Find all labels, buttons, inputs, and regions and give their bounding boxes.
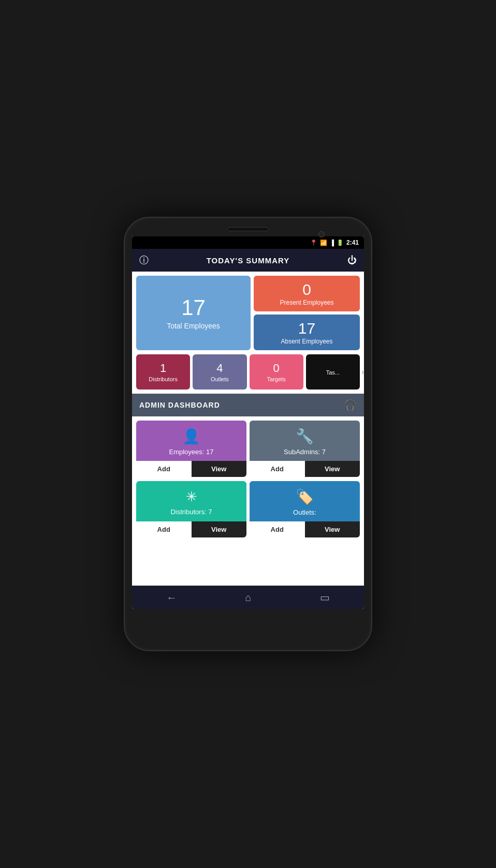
absent-employees-number: 17 bbox=[298, 320, 315, 337]
distributors-tile[interactable]: 1 Distributors bbox=[136, 354, 190, 390]
distributors-card-label: Distributors: 7 bbox=[170, 508, 212, 516]
phone-device: 📍 📶 ▐ 🔋 2:41 ⓘ TODAY'S SUMMARY ⏻ 17 Tota… bbox=[124, 217, 372, 651]
absent-employees-label: Absent Employees bbox=[281, 338, 332, 345]
subadmins-card-label: SubAdmins: 7 bbox=[284, 448, 326, 456]
distributors-dash-card: ✳ Distributors: 7 Add View bbox=[136, 481, 246, 537]
employees-card-buttons: Add View bbox=[136, 461, 246, 477]
total-employees-label: Total Employees bbox=[167, 322, 220, 330]
outlets-card-buttons: Add View bbox=[250, 521, 360, 537]
distributors-card-buttons: Add View bbox=[136, 521, 246, 537]
employee-icon: 👤 bbox=[182, 428, 200, 445]
distributors-number: 1 bbox=[160, 362, 166, 375]
signal-icon: ▐ bbox=[330, 240, 334, 246]
phone-screen: 📍 📶 ▐ 🔋 2:41 ⓘ TODAY'S SUMMARY ⏻ 17 Tota… bbox=[132, 236, 364, 609]
power-icon[interactable]: ⏻ bbox=[347, 255, 357, 266]
admin-bar-title: ADMIN DASHBOARD bbox=[139, 401, 220, 409]
outlets-dash-card: 🏷️ Outlets: Add View bbox=[250, 481, 360, 537]
distributors-add-button[interactable]: Add bbox=[136, 521, 192, 537]
battery-icon: 🔋 bbox=[337, 240, 344, 246]
next-arrow-icon[interactable]: › bbox=[361, 368, 364, 376]
bottom-nav: ← ⌂ ▭ bbox=[132, 586, 364, 609]
subadmins-view-button[interactable]: View bbox=[305, 461, 360, 477]
outlets-number: 4 bbox=[216, 362, 223, 375]
employees-card: 👤 Employees: 17 Add View bbox=[136, 421, 246, 477]
headset-icon: 🎧 bbox=[344, 399, 357, 411]
outlets-icon: 🏷️ bbox=[296, 488, 314, 505]
present-employees-card: 0 Present Employees bbox=[254, 276, 360, 311]
subadmins-card-top: 🔧 SubAdmins: 7 bbox=[250, 421, 360, 461]
outlets-card-label: Outlets: bbox=[293, 508, 316, 516]
present-employees-label: Present Employees bbox=[280, 299, 333, 306]
subadmin-icon: 🔧 bbox=[296, 428, 314, 445]
app-content: ⓘ TODAY'S SUMMARY ⏻ 17 Total Employees 0… bbox=[132, 249, 364, 586]
phone-speaker bbox=[227, 227, 269, 231]
location-icon: 📍 bbox=[310, 240, 317, 246]
present-employees-number: 0 bbox=[302, 281, 311, 298]
employees-card-label: Employees: 17 bbox=[169, 448, 214, 456]
time-display: 2:41 bbox=[346, 239, 359, 246]
help-icon[interactable]: ⓘ bbox=[139, 254, 149, 266]
distributors-label: Distributors bbox=[149, 376, 178, 382]
tasks-label: Tas... bbox=[326, 369, 340, 376]
employees-view-button[interactable]: View bbox=[192, 461, 247, 477]
wifi-icon: 📶 bbox=[320, 240, 327, 246]
subadmins-card-buttons: Add View bbox=[250, 461, 360, 477]
outlets-label: Outlets bbox=[211, 376, 229, 382]
tiles-row: 1 Distributors 4 Outlets 0 Targets Tas..… bbox=[132, 350, 364, 390]
top-bar: ⓘ TODAY'S SUMMARY ⏻ bbox=[132, 249, 364, 272]
absent-employees-card: 17 Absent Employees bbox=[254, 315, 360, 350]
home-button[interactable]: ⌂ bbox=[245, 592, 251, 604]
total-employees-number: 17 bbox=[181, 296, 206, 320]
distributors-view-button[interactable]: View bbox=[192, 521, 247, 537]
employees-card-top: 👤 Employees: 17 bbox=[136, 421, 246, 461]
total-employees-card: 17 Total Employees bbox=[136, 276, 251, 350]
dashboard-grid-row1: 👤 Employees: 17 Add View 🔧 SubAdmins: 7 … bbox=[132, 416, 364, 477]
back-button[interactable]: ← bbox=[166, 592, 177, 604]
outlets-card-top: 🏷️ Outlets: bbox=[250, 481, 360, 521]
subadmins-add-button[interactable]: Add bbox=[250, 461, 305, 477]
dashboard-grid-row2: ✳ Distributors: 7 Add View 🏷️ Outlets: A… bbox=[132, 477, 364, 542]
phone-camera bbox=[318, 231, 325, 237]
targets-number: 0 bbox=[273, 362, 280, 375]
employees-add-button[interactable]: Add bbox=[136, 461, 192, 477]
right-cards: 0 Present Employees 17 Absent Employees bbox=[254, 276, 360, 350]
outlets-add-button[interactable]: Add bbox=[250, 521, 305, 537]
summary-section: 17 Total Employees 0 Present Employees 1… bbox=[132, 272, 364, 350]
targets-label: Targets bbox=[267, 376, 286, 382]
targets-tile[interactable]: 0 Targets bbox=[250, 354, 303, 390]
outlets-view-button[interactable]: View bbox=[305, 521, 360, 537]
recent-button[interactable]: ▭ bbox=[320, 591, 330, 604]
admin-bar: ADMIN DASHBOARD 🎧 bbox=[132, 394, 364, 416]
status-bar: 📍 📶 ▐ 🔋 2:41 bbox=[132, 236, 364, 249]
tasks-tile[interactable]: Tas... › bbox=[306, 354, 360, 390]
top-bar-title: TODAY'S SUMMARY bbox=[207, 256, 290, 265]
distributors-card-top: ✳ Distributors: 7 bbox=[136, 481, 246, 521]
outlets-tile[interactable]: 4 Outlets bbox=[193, 354, 246, 390]
subadmins-card: 🔧 SubAdmins: 7 Add View bbox=[250, 421, 360, 477]
distributors-icon: ✳ bbox=[186, 489, 197, 505]
